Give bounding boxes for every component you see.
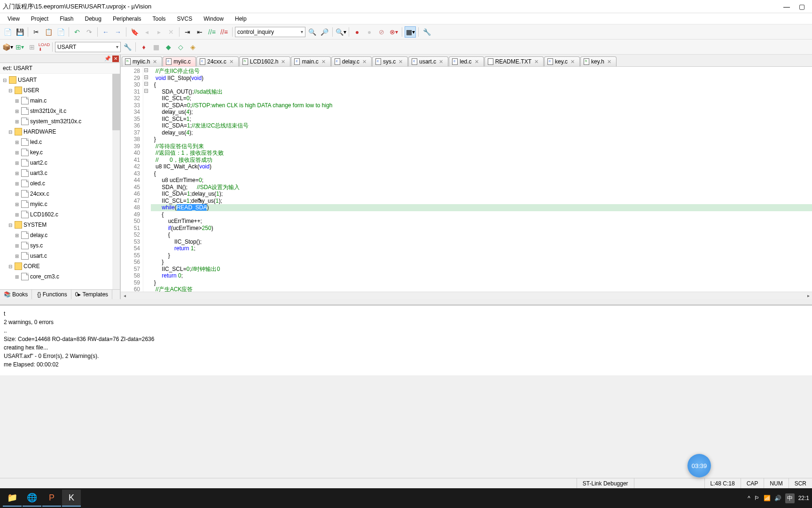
bookmark-prev-icon[interactable]: ◂	[141, 26, 152, 38]
tree-item[interactable]: ⊞led.c	[0, 137, 120, 147]
close-tab-icon[interactable]: ✕	[229, 59, 234, 65]
file-tab[interactable]: delay.c✕	[331, 56, 372, 66]
menu-view[interactable]: View	[3, 15, 24, 23]
close-tab-icon[interactable]: ✕	[281, 59, 285, 65]
tree-item[interactable]: ⊞LCD1602.c	[0, 209, 120, 220]
build-icon[interactable]: 📦▾	[2, 41, 13, 53]
outdent-icon[interactable]: ⇤	[194, 26, 205, 38]
file-tab[interactable]: myiic.h✕	[122, 56, 162, 66]
bookmark-clear-icon[interactable]: ✕	[165, 26, 177, 38]
tree-item[interactable]: ⊞usart.c	[0, 251, 120, 261]
close-tab-icon[interactable]: ✕	[570, 59, 575, 65]
menu-peripherals[interactable]: Peripherals	[108, 15, 146, 23]
menu-tools[interactable]: Tools	[148, 15, 171, 23]
close-tab-icon[interactable]: ✕	[439, 59, 443, 65]
menu-debug[interactable]: Debug	[80, 15, 106, 23]
taskbar-uvision-icon[interactable]: K	[62, 490, 81, 507]
tree-root[interactable]: ⊟ USART	[0, 75, 120, 85]
file-tab[interactable]: LCD1602.h✕	[239, 56, 291, 66]
save-icon[interactable]: 💾	[14, 26, 25, 38]
redo-icon[interactable]: ↷	[84, 26, 95, 38]
close-tab-icon[interactable]: ✕	[607, 59, 611, 65]
debug-gray-icon[interactable]: ●	[364, 26, 375, 38]
options-icon[interactable]: 🔧	[122, 41, 133, 53]
close-icon[interactable]: ✕	[112, 56, 119, 62]
side-tab[interactable]: 0▸Templates	[71, 290, 112, 299]
menu-flash[interactable]: Flash	[55, 15, 78, 23]
close-tab-icon[interactable]: ✕	[321, 59, 326, 65]
close-tab-icon[interactable]: ✕	[534, 59, 539, 65]
tree-item[interactable]: ⊞stm32f10x_it.c	[0, 106, 120, 116]
close-tab-icon[interactable]: ✕	[362, 59, 367, 65]
rebuild-icon[interactable]: ⊞	[26, 41, 38, 53]
code-content[interactable]: //产生IIC停止信号 void IIC_Stop(void) { SDA_OU…	[149, 67, 812, 292]
tree-scroll-thumb[interactable]	[112, 74, 120, 130]
tree-item[interactable]: ⊞oled.c	[0, 178, 120, 189]
new-icon[interactable]: 📄	[2, 26, 13, 38]
find-combo[interactable]: control_inquiry▾	[235, 27, 305, 37]
multi-build-icon[interactable]: ⊞▾	[14, 41, 25, 53]
project-tree[interactable]: ⊟ USART ⊟USER⊞main.c⊞stm32f10x_it.c⊞syst…	[0, 74, 120, 289]
file-tab[interactable]: sys.c✕	[372, 56, 408, 66]
cut-icon[interactable]: ✂	[31, 26, 42, 38]
tree-item[interactable]: ⊞24cxx.c	[0, 189, 120, 199]
tree-item[interactable]: ⊟SYSTEM	[0, 220, 120, 230]
menu-window[interactable]: Window	[199, 15, 228, 23]
close-tab-icon[interactable]: ✕	[153, 59, 157, 65]
load-icon[interactable]: LOAD⬇	[39, 41, 50, 53]
tree-item[interactable]: ⊞main.c	[0, 95, 120, 106]
copy-icon[interactable]: 📋	[43, 26, 54, 38]
tree-item[interactable]: ⊞system_stm32f10x.c	[0, 116, 120, 127]
scroll-left-icon[interactable]: ◂	[121, 293, 128, 298]
nav-fwd-icon[interactable]: →	[112, 26, 124, 38]
tray-network-icon[interactable]: 📶	[764, 495, 771, 501]
taskbar-chrome-icon[interactable]: 🌐	[23, 490, 41, 507]
maximize-button[interactable]: ▢	[794, 3, 809, 10]
tree-item[interactable]: ⊟USER	[0, 85, 120, 95]
close-tab-icon[interactable]: ✕	[398, 59, 403, 65]
scroll-right-icon[interactable]: ▸	[804, 293, 812, 298]
tray-ime[interactable]: 中	[785, 493, 795, 503]
find-files-icon[interactable]: 🔎	[319, 26, 330, 38]
close-tab-icon[interactable]: ✕	[475, 59, 479, 65]
file-tab[interactable]: README.TXT✕	[484, 56, 544, 66]
file-tab[interactable]: key.h✕	[580, 56, 617, 66]
file-tab[interactable]: myiic.c	[163, 56, 196, 66]
code-editor[interactable]: 2829303132333435363738394041424344454647…	[121, 67, 812, 292]
fold-column[interactable]: ⊟⊟⊟⊟	[143, 67, 149, 292]
pin-icon[interactable]: 📌	[103, 56, 112, 62]
tree-item[interactable]: ⊟CORE	[0, 261, 120, 271]
file-tab[interactable]: usart.c✕	[408, 56, 448, 66]
tree-item[interactable]: ⊞sys.c	[0, 240, 120, 251]
taskbar-explorer-icon[interactable]: 📁	[3, 490, 22, 507]
taskbar-powerpoint-icon[interactable]: P	[42, 490, 61, 507]
zoom-icon[interactable]: 🔍▾	[335, 26, 346, 38]
output-header[interactable]	[0, 299, 812, 305]
minimize-button[interactable]: —	[779, 3, 794, 10]
tree-item[interactable]: ⊞core_cm3.c	[0, 271, 120, 282]
download-icon[interactable]: ◆	[163, 41, 174, 53]
bookmark-next-icon[interactable]: ▸	[153, 26, 164, 38]
tray-time[interactable]: 22:1	[798, 495, 809, 501]
undo-icon[interactable]: ↶	[71, 26, 83, 38]
system-tray[interactable]: ^ 🏳 📶 🔊 中 22:1	[748, 493, 809, 503]
tree-item[interactable]: ⊞key.c	[0, 147, 120, 158]
find-icon[interactable]: 🔍	[306, 26, 318, 38]
tray-volume-icon[interactable]: 🔊	[774, 495, 781, 501]
tray-flag-icon[interactable]: 🏳	[754, 495, 760, 501]
window-layout-icon[interactable]: ▦▾	[405, 26, 416, 38]
nav-back-icon[interactable]: ←	[100, 26, 111, 38]
debug-disable-icon[interactable]: ⊘	[376, 26, 387, 38]
menu-help[interactable]: Help	[230, 15, 251, 23]
side-tab[interactable]: {} Functions	[32, 290, 71, 299]
pack-icon[interactable]: ◈	[187, 41, 198, 53]
side-tab[interactable]: 📚Books	[0, 290, 32, 299]
menu-svcs[interactable]: SVCS	[172, 15, 197, 23]
tree-item[interactable]: ⊞uart3.c	[0, 168, 120, 178]
tree-item[interactable]: ⊟HARDWARE	[0, 127, 120, 137]
comment-icon[interactable]: //≡	[206, 26, 218, 38]
tree-item[interactable]: ⊞delay.c	[0, 230, 120, 240]
file-tab[interactable]: main.c✕	[291, 56, 330, 66]
menu-project[interactable]: Project	[26, 15, 53, 23]
editor-hscroll[interactable]: ◂ ▸	[121, 292, 812, 299]
